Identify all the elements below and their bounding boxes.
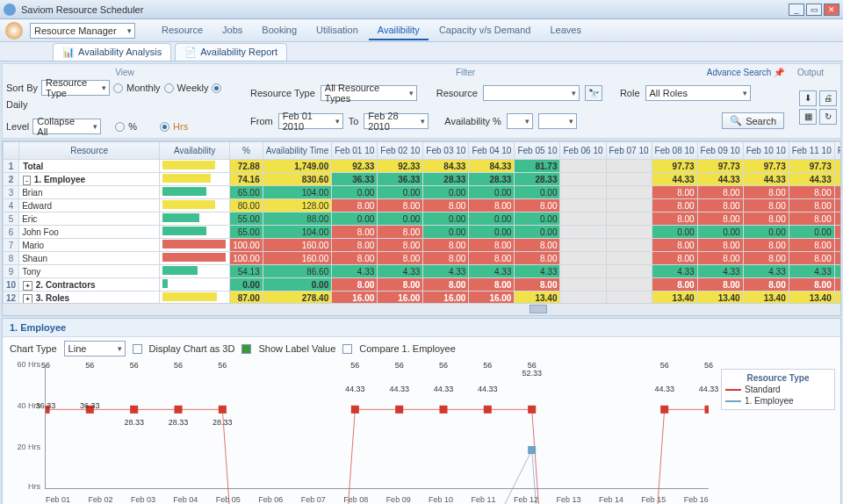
resource-cell[interactable]: Total <box>19 160 160 173</box>
advance-search-link[interactable]: Advance Search <box>707 68 771 77</box>
resource-cell[interactable]: Edward <box>19 199 160 212</box>
svg-rect-11 <box>528 406 536 414</box>
chart-title: 1. Employee <box>3 319 840 337</box>
print-icon[interactable]: 🖨 <box>819 90 837 106</box>
role-select[interactable]: All Roles <box>645 85 751 101</box>
close-button[interactable]: ✕ <box>824 4 839 16</box>
resource-cell[interactable]: Eric <box>19 212 160 226</box>
avail-op-select[interactable] <box>507 113 533 129</box>
filter-panel: View Filter Advance Search 📌 Output Sort… <box>2 63 841 139</box>
svg-rect-14 <box>660 406 668 414</box>
app-icon <box>4 4 16 16</box>
col-header[interactable]: Feb 05 10 <box>515 142 560 160</box>
svg-rect-7 <box>351 406 359 414</box>
view-header: View <box>6 68 243 77</box>
module-selector[interactable]: Resource Manager <box>30 23 135 39</box>
chart-panel: 1. Employee Chart Type Line Display Char… <box>2 318 841 504</box>
level-label: Level <box>6 121 29 132</box>
from-date[interactable]: Feb 01 2010 <box>278 113 343 129</box>
col-header[interactable]: Feb 06 10 <box>560 142 606 160</box>
menu-capacity v/s demand[interactable]: Capacity v/s Demand <box>430 21 540 40</box>
svg-rect-15 <box>704 406 709 414</box>
display-3d-checkbox[interactable] <box>133 344 142 354</box>
resource-cell[interactable]: +2. Contractors <box>19 278 160 292</box>
search-button[interactable]: 🔍 Search <box>722 112 784 129</box>
svg-rect-2 <box>130 406 138 414</box>
sortby-select[interactable]: Resource Type <box>41 80 110 96</box>
resource-cell[interactable]: John Foo <box>19 226 160 239</box>
grid-horizontal-scrollbar[interactable] <box>3 303 840 315</box>
sub-tabs: 📊Availability Analysis📄Availability Repo… <box>0 42 843 61</box>
weekly-radio[interactable] <box>164 83 174 93</box>
availability-grid: ResourceAvailability%Availability TimeFe… <box>2 140 841 316</box>
output-header: Output <box>784 68 837 77</box>
svg-rect-4 <box>219 406 227 414</box>
svg-rect-10 <box>484 406 492 414</box>
col-header[interactable]: Resource <box>19 142 160 160</box>
svg-rect-9 <box>439 406 447 414</box>
avail-val-input[interactable] <box>538 113 577 129</box>
resource-cell[interactable]: Shaun <box>19 252 160 265</box>
monthly-radio[interactable] <box>113 83 123 93</box>
svg-rect-27 <box>528 446 536 454</box>
menu-leaves[interactable]: Leaves <box>541 21 589 40</box>
refresh-icon[interactable]: ↻ <box>819 109 837 125</box>
subtab-availability-report[interactable]: 📄Availability Report <box>175 43 287 61</box>
menu-booking[interactable]: Booking <box>253 21 306 40</box>
window-title: Saviom Resource Scheduler <box>21 4 143 15</box>
col-header[interactable]: Feb 09 10 <box>697 142 743 160</box>
to-date[interactable]: Feb 28 2010 <box>364 113 429 129</box>
col-header[interactable] <box>4 142 19 160</box>
col-header[interactable]: Feb 07 10 <box>606 142 652 160</box>
col-header[interactable]: Feb 08 10 <box>652 142 697 160</box>
app-logo-icon[interactable] <box>5 22 23 40</box>
percent-radio[interactable] <box>115 122 125 132</box>
sortby-label: Sort By <box>6 83 38 93</box>
col-header[interactable]: Feb 02 10 <box>378 142 423 160</box>
col-header[interactable]: Feb 10 10 <box>743 142 789 160</box>
resource-type-select[interactable]: All Resource Types <box>321 85 417 101</box>
col-header[interactable]: % <box>230 142 263 160</box>
resource-input[interactable] <box>483 85 580 101</box>
excel-icon[interactable]: ▦ <box>799 109 817 125</box>
compare-checkbox[interactable] <box>342 344 352 354</box>
svg-rect-3 <box>174 406 182 414</box>
filter-header: Filter <box>243 68 688 77</box>
menu-availibility[interactable]: Availibility <box>369 21 429 40</box>
resource-cell[interactable]: +3. Roles <box>19 292 160 304</box>
menu-jobs[interactable]: Jobs <box>213 21 251 40</box>
col-header[interactable]: Feb 11 10 <box>789 142 834 160</box>
minimize-button[interactable]: _ <box>789 4 804 16</box>
col-header[interactable]: Feb 01 10 <box>332 142 378 160</box>
maximize-button[interactable]: ▭ <box>806 4 822 16</box>
main-toolbar: Resource Manager ResourceJobsBookingUtil… <box>0 19 843 42</box>
resource-cell[interactable]: Brian <box>19 186 160 199</box>
resource-cell[interactable]: Mario <box>19 239 160 252</box>
chart-type-select[interactable]: Line <box>64 341 126 356</box>
level-select[interactable]: Collapse All <box>32 119 101 134</box>
subtab-availability-analysis[interactable]: 📊Availability Analysis <box>53 43 171 61</box>
titlebar: Saviom Resource Scheduler _ ▭ ✕ <box>0 0 843 19</box>
show-label-checkbox[interactable] <box>241 344 251 354</box>
chart-legend: Resource Type Standard1. Employee <box>721 369 835 410</box>
col-header[interactable]: Availability <box>160 142 230 160</box>
hrs-radio[interactable] <box>160 122 169 132</box>
binoculars-icon[interactable]: 🔭 <box>585 85 602 101</box>
chart-plot-area: Feb 01Feb 02Feb 03Feb 04Feb 05Feb 06Feb … <box>45 365 709 489</box>
main-menu: ResourceJobsBookingUtilisationAvailibili… <box>153 21 590 40</box>
menu-resource[interactable]: Resource <box>153 21 212 40</box>
col-header[interactable]: Feb 03 10 <box>423 142 469 160</box>
pin-icon[interactable]: 📌 <box>774 68 784 77</box>
daily-radio[interactable] <box>212 83 221 93</box>
svg-rect-8 <box>395 406 403 414</box>
col-header[interactable]: Availability Time <box>263 142 332 160</box>
menu-utilisation[interactable]: Utilisation <box>307 21 367 40</box>
col-header[interactable]: Feb 04 10 <box>469 142 515 160</box>
export-icon[interactable]: ⬇ <box>799 90 817 106</box>
resource-cell[interactable]: Tony <box>19 265 160 278</box>
resource-cell[interactable]: -1. Employee <box>19 173 160 186</box>
col-header[interactable]: Feb 12 10 <box>834 142 840 160</box>
